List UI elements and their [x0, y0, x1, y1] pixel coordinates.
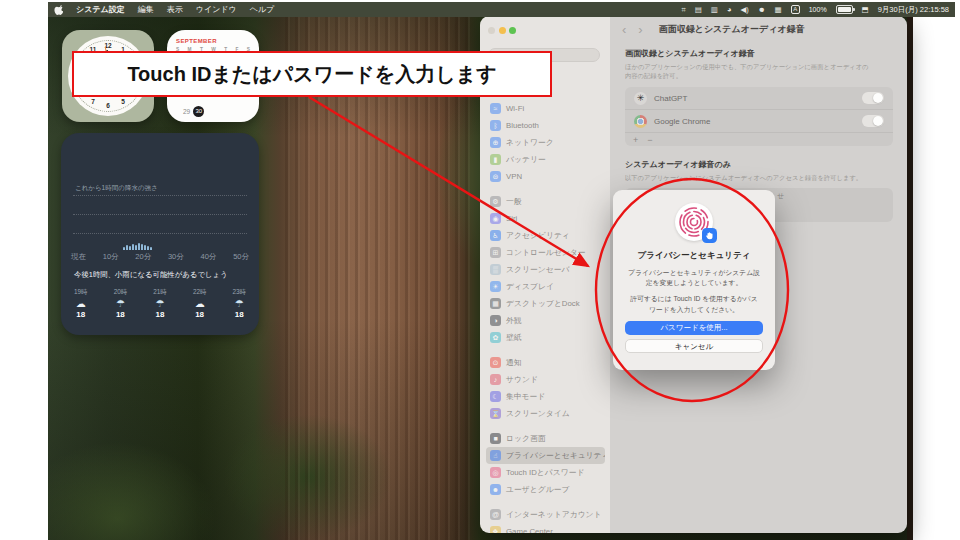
sidebar-item-wifi[interactable]: ≈Wi-Fi [486, 100, 605, 117]
sidebar-item-battery[interactable]: ▮バッテリー [486, 151, 605, 168]
calendar-today-badge: 30 [193, 106, 204, 117]
precipitation-chart-title: これから1時間の降水の強さ [75, 184, 158, 193]
sidebar-item-label: Siri [506, 214, 517, 223]
precip-bar [132, 244, 134, 250]
users-groups-icon: ☻ [490, 484, 501, 495]
menu-item[interactable]: ウインドウ [196, 4, 237, 15]
app-face-icon[interactable]: ☻ [758, 6, 766, 14]
sidebar-item-sound[interactable]: ♪サウンド [486, 371, 605, 388]
sidebar-item-label: Touch IDとパスワード [506, 467, 584, 478]
input-source-icon[interactable]: A [791, 5, 800, 14]
sidebar-item-appearance[interactable]: ◑外観 [486, 312, 605, 329]
sidebar-item-accessibility[interactable]: ♿アクセシビリティ [486, 227, 605, 244]
forward-chevron-icon[interactable]: › [638, 23, 642, 36]
bluetooth-icon: ᛒ [490, 120, 501, 131]
sidebar-item-label: スクリーンセーバ [506, 264, 569, 275]
cancel-button[interactable]: キャンセル [625, 339, 763, 353]
rain-cloud-icon: ☂ [153, 297, 167, 310]
sidebar-item-touch-id[interactable]: ◎Touch IDとパスワード [486, 464, 605, 481]
focus-icon: ☾ [490, 391, 501, 402]
app-row-chrome[interactable]: Google Chrome [625, 109, 893, 132]
display-status-icon[interactable]: ⬒ [862, 6, 869, 14]
precip-bar [129, 246, 131, 250]
minimize-window-button[interactable] [499, 27, 506, 34]
precipitation-bars [123, 240, 152, 250]
menu-item[interactable]: 編集 [138, 4, 154, 15]
close-window-button[interactable] [488, 27, 495, 34]
sidebar-item-network[interactable]: ⊕ネットワーク [486, 134, 605, 151]
privacy-security-icon: ☝ [490, 450, 501, 461]
settings-nav: ‹ › 画面収録とシステムオーディオ録音 [610, 16, 907, 42]
chrome-toggle[interactable] [862, 115, 884, 127]
sidebar-item-screen-time[interactable]: ⌛スクリーンタイム [486, 405, 605, 422]
sidebar-item-label: 一般 [506, 196, 522, 207]
chatgpt-toggle[interactable] [862, 92, 884, 104]
menu-bar-status: ⌗▤▥◕◀)☻▦A 100% ⬒ 9月30日(月) 22:15:58 [681, 5, 949, 15]
sidebar-item-vpn[interactable]: ⊜VPN [486, 168, 605, 185]
sidebar-item-internet-accounts[interactable]: @インターネットアカウント [486, 506, 605, 523]
sidebar-item-screen-saver[interactable]: ▒スクリーンセーバ [486, 261, 605, 278]
menu-item[interactable]: ヘルプ [250, 4, 275, 15]
sidebar-item-label: バッテリー [506, 154, 546, 165]
sidebar-item-siri[interactable]: ◉Siri [486, 210, 605, 227]
forecast-temp: 18 [114, 310, 128, 319]
precip-bar [126, 245, 128, 250]
precip-bar [150, 247, 152, 250]
menu-bar: システム設定編集表示ウインドウヘルプ ⌗▤▥◕◀)☻▦A 100% ⬒ 9月30… [48, 2, 955, 17]
apple-menu-icon[interactable] [54, 4, 63, 15]
calendar-month: SEPTEMBER [176, 38, 250, 44]
rain-cloud-icon: ☂ [114, 297, 128, 310]
zoom-window-button[interactable] [509, 27, 516, 34]
menu-bar-clock[interactable]: 9月30日(月) 22:15:58 [878, 5, 949, 15]
gridline [73, 195, 247, 196]
clipboard-icon[interactable]: ▥ [711, 6, 718, 14]
use-password-button[interactable]: パスワードを使用... [625, 321, 763, 335]
app-name: ChatGPT [654, 94, 687, 103]
sidebar-item-desktop-dock[interactable]: ▦デスクトップとDock [486, 295, 605, 312]
battery-icon[interactable] [836, 5, 853, 14]
sidebar-item-label: ネットワーク [506, 137, 554, 148]
axis-tick-label: 30分 [168, 252, 184, 262]
weather-widget[interactable]: これから1時間の降水の強さ 現在10分20分30分40分50分 今後1時間、小雨… [61, 133, 259, 335]
menu-item[interactable]: 表示 [167, 4, 183, 15]
axis-tick-label: 10分 [103, 252, 119, 262]
globe-status-icon[interactable]: ◕ [727, 6, 732, 14]
axis-tick-label: 40分 [201, 252, 217, 262]
sidebar-item-wallpaper[interactable]: ✿壁紙 [486, 329, 605, 346]
sidebar-item-lock-screen[interactable]: ■ロック画面 [486, 430, 605, 447]
sidebar-item-users-groups[interactable]: ☻ユーザとグループ [486, 481, 605, 498]
notifications-icon: ⊙ [490, 357, 501, 368]
sidebar-item-notifications[interactable]: ⊙通知 [486, 354, 605, 371]
status-icons: ⌗▤▥◕◀)☻▦A [681, 5, 799, 14]
back-chevron-icon[interactable]: ‹ [622, 23, 626, 36]
sidebar-item-focus[interactable]: ☾集中モード [486, 388, 605, 405]
volume-icon[interactable]: ◀) [740, 6, 748, 14]
gridline [73, 233, 247, 234]
remove-app-button[interactable]: − [647, 135, 652, 145]
sidebar-item-label: Game Center [506, 527, 553, 533]
paging-status-icon[interactable]: ⌗ [681, 6, 685, 14]
app-name: Google Chrome [654, 117, 710, 126]
sidebar-item-control-center[interactable]: ⊞コントロールセンター [486, 244, 605, 261]
sidebar-item-general[interactable]: ⚙一般 [486, 193, 605, 210]
app-row-chatgpt[interactable]: ✳ ChatGPT [625, 87, 893, 109]
keyboard-icon[interactable]: ▦ [775, 6, 782, 14]
precip-bar [123, 247, 125, 250]
forecast-hour: 23時☂18 [233, 288, 247, 319]
precip-bar [135, 245, 137, 250]
sidebar-item-game-center[interactable]: ❖Game Center [486, 523, 605, 533]
clock-number: 7 [89, 98, 97, 106]
sidebar-item-privacy-security[interactable]: ☝プライバシーとセキュリティ [486, 447, 605, 464]
precip-bar [138, 243, 140, 250]
sidebar-item-label: コントロールセンター [506, 247, 585, 258]
wallpaper-icon: ✿ [490, 332, 501, 343]
stage-manager-icon[interactable]: ▤ [695, 6, 702, 14]
sidebar-item-displays[interactable]: ☀ディスプレイ [486, 278, 605, 295]
menu-item[interactable]: システム設定 [76, 4, 125, 15]
add-app-button[interactable]: + [633, 135, 638, 145]
sidebar-item-bluetooth[interactable]: ᛒBluetooth [486, 117, 605, 134]
section2-title: システムオーディオ録音のみ [625, 159, 893, 170]
sidebar-item-label: インターネットアカウント [506, 509, 602, 520]
calendar-dates: 29 30 [183, 106, 204, 117]
list-edit-footer: + − [625, 132, 893, 146]
